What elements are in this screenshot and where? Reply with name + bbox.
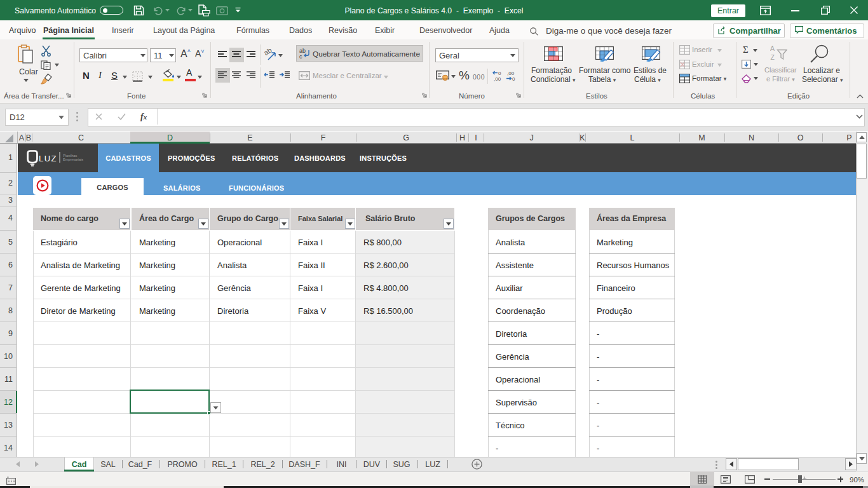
svg-text:c: c — [299, 53, 302, 59]
svg-text:ab: ab — [264, 48, 273, 57]
svg-text:0: 0 — [498, 71, 501, 76]
svg-text:0: 0 — [512, 76, 515, 81]
svg-text:,00: ,00 — [494, 76, 501, 81]
svg-text:Z: Z — [771, 53, 775, 61]
svg-text:A: A — [770, 44, 775, 52]
svg-text:,00: ,00 — [507, 71, 515, 76]
